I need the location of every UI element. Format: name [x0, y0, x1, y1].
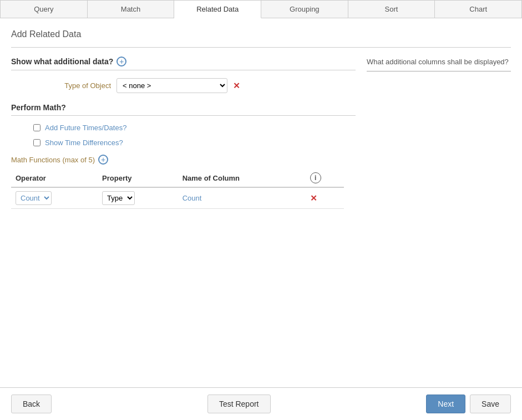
add-future-times-row: Add Future Times/Dates?	[33, 124, 356, 132]
column-name-value: Count	[183, 194, 202, 202]
math-table: Operator Property Name of Column i Count	[11, 169, 344, 209]
add-additional-icon[interactable]: +	[116, 57, 126, 66]
tab-related-data[interactable]: Related Data	[174, 0, 261, 18]
perform-math-title: Perform Math?	[11, 103, 356, 112]
footer-left: Back	[11, 395, 52, 413]
save-button[interactable]: Save	[470, 395, 511, 413]
row-remove-cell: ✕	[306, 187, 344, 209]
show-additional-header: Show what additional data? +	[11, 57, 356, 66]
table-row: Count Type Count ✕	[11, 187, 344, 209]
type-of-object-label: Type of Object	[55, 81, 111, 90]
math-functions-label: Math Functions (max of 5)	[11, 156, 95, 164]
add-future-times-checkbox[interactable]	[33, 124, 40, 131]
right-divider	[367, 71, 511, 71]
type-of-object-remove[interactable]: ✕	[233, 81, 240, 91]
tab-match[interactable]: Match	[88, 0, 175, 18]
page-title: Add Related Data	[11, 29, 511, 39]
show-time-diff-checkbox[interactable]	[33, 139, 40, 146]
tab-bar: Query Match Related Data Grouping Sort C…	[0, 0, 522, 18]
two-col-layout: Show what additional data? + Type of Obj…	[11, 57, 511, 209]
right-column: What additional columns shall be display…	[367, 57, 511, 209]
row-remove-button[interactable]: ✕	[310, 193, 317, 203]
tab-query[interactable]: Query	[0, 0, 88, 18]
info-icon[interactable]: i	[310, 172, 321, 183]
footer-center: Test Report	[207, 395, 271, 413]
show-time-diff-label[interactable]: Show Time Differences?	[45, 139, 123, 147]
add-future-times-label[interactable]: Add Future Times/Dates?	[45, 124, 126, 132]
col-header-name-of-column: Name of Column	[178, 169, 306, 187]
tab-chart[interactable]: Chart	[435, 0, 522, 18]
right-question: What additional columns shall be display…	[367, 57, 511, 68]
property-select[interactable]: Type	[102, 191, 135, 205]
back-button[interactable]: Back	[11, 395, 52, 413]
main-content: Add Related Data Show what additional da…	[0, 18, 522, 387]
math-functions-header: Math Functions (max of 5) +	[11, 155, 356, 165]
operator-select[interactable]: Count	[16, 191, 52, 205]
next-button[interactable]: Next	[426, 395, 465, 413]
type-of-object-row: Type of Object < none > ✕	[11, 78, 356, 93]
perform-math-divider	[11, 115, 356, 116]
tab-sort[interactable]: Sort	[348, 0, 435, 18]
footer-right: Next Save	[426, 395, 511, 413]
name-of-column-cell: Count	[178, 187, 306, 209]
add-math-function-icon[interactable]: +	[98, 155, 108, 165]
col-header-info: i	[306, 169, 344, 187]
additional-divider	[11, 70, 356, 70]
top-divider	[11, 47, 511, 48]
type-of-object-select[interactable]: < none >	[116, 78, 227, 93]
property-cell: Type	[98, 187, 178, 209]
show-time-diff-row: Show Time Differences?	[33, 139, 356, 147]
left-column: Show what additional data? + Type of Obj…	[11, 57, 356, 209]
footer: Back Test Report Next Save	[0, 387, 522, 420]
tab-grouping[interactable]: Grouping	[261, 0, 348, 18]
col-header-operator: Operator	[11, 169, 98, 187]
test-report-button[interactable]: Test Report	[207, 395, 271, 413]
show-additional-title: Show what additional data?	[11, 57, 113, 66]
operator-cell: Count	[11, 187, 98, 209]
col-header-property: Property	[98, 169, 178, 187]
